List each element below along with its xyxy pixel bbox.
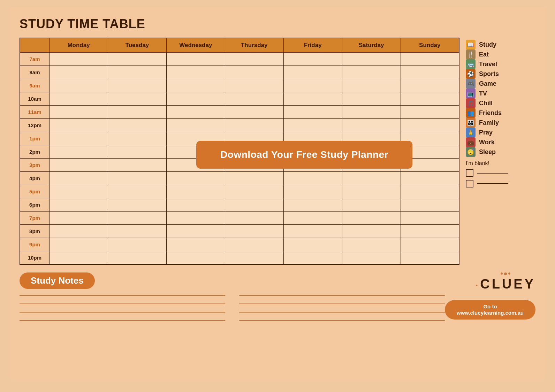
download-banner-text: Download Your Free Study Planner [220, 149, 388, 160]
data-cell [108, 172, 166, 185]
data-cell [50, 225, 108, 238]
data-cell [108, 145, 166, 159]
table-row: 7pm [20, 212, 459, 225]
th-sunday: Sunday [401, 38, 459, 53]
data-cell [50, 198, 108, 212]
time-cell-11am: 11am [20, 106, 50, 119]
data-cell [225, 119, 283, 132]
data-cell [225, 238, 283, 251]
study-notes-area: Study Notes [20, 272, 445, 329]
data-cell [283, 53, 342, 66]
th-saturday: Saturday [342, 38, 401, 53]
legend-checkbox-1[interactable] [466, 169, 473, 177]
legend-custom-2 [466, 180, 535, 187]
logo-dots [475, 272, 535, 275]
friends-icon: 👥 [466, 108, 476, 118]
legend-label-chill: Chill [479, 100, 493, 107]
data-cell [225, 251, 283, 264]
legend-item-work: 💼Work [466, 137, 535, 147]
data-cell [108, 198, 166, 212]
table-row: 12pm [20, 119, 459, 132]
legend-item-chill: 🎵Chill [466, 98, 535, 108]
page-title: STUDY TIME TABLE [20, 17, 535, 31]
data-cell [283, 66, 342, 79]
data-cell [283, 225, 342, 238]
notes-line-5 [20, 312, 225, 313]
logo-dot-2 [508, 272, 510, 275]
data-cell [283, 92, 342, 106]
data-cell [108, 238, 166, 251]
website-badge[interactable]: Go to www.clueylearning.com.au [445, 300, 535, 320]
table-row: 8pm [20, 225, 459, 238]
table-row: 8am [20, 66, 459, 79]
data-cell [342, 251, 401, 264]
legend-blank-text: I'm blank! [466, 160, 489, 167]
bottom-section: Study Notes ·CLUEY [20, 272, 535, 329]
data-cell [401, 79, 459, 92]
time-cell-6pm: 6pm [20, 198, 50, 212]
data-cell [283, 106, 342, 119]
data-cell [50, 119, 108, 132]
notes-line-1 [20, 295, 225, 296]
data-cell [401, 92, 459, 106]
legend-sidebar: 📖Study🍴Eat🚌Travel⚽Sports🎮Game📺TV🎵Chill👥F… [466, 40, 535, 187]
download-banner[interactable]: Download Your Free Study Planner [196, 141, 412, 169]
data-cell [108, 66, 166, 79]
data-cell [50, 145, 108, 159]
time-cell-5pm: 5pm [20, 185, 50, 198]
data-cell [225, 92, 283, 106]
th-empty [20, 38, 50, 53]
time-cell-12pm: 12pm [20, 119, 50, 132]
data-cell [401, 198, 459, 212]
data-cell [283, 198, 342, 212]
data-cell [401, 212, 459, 225]
study-notes-badge: Study Notes [20, 272, 95, 289]
data-cell [401, 172, 459, 185]
data-cell [108, 251, 166, 264]
legend-label-work: Work [479, 139, 495, 146]
th-monday: Monday [50, 38, 108, 53]
logo-text: ·CLUEY [475, 277, 535, 292]
legend-label-study: Study [479, 41, 496, 48]
legend-items-container: 📖Study🍴Eat🚌Travel⚽Sports🎮Game📺TV🎵Chill👥F… [466, 40, 535, 157]
game-icon: 🎮 [466, 79, 476, 89]
legend-custom-1 [466, 169, 535, 177]
legend-label-friends: Friends [479, 109, 502, 117]
data-cell [108, 132, 166, 145]
data-cell [401, 238, 459, 251]
legend-label-sports: Sports [479, 70, 499, 78]
table-row: 9am [20, 79, 459, 92]
legend-checkbox-2[interactable] [466, 180, 473, 187]
data-cell [108, 185, 166, 198]
work-icon: 💼 [466, 137, 476, 147]
data-cell [401, 66, 459, 79]
data-cell [342, 106, 401, 119]
data-cell [342, 238, 401, 251]
data-cell [283, 251, 342, 264]
data-cell [50, 251, 108, 264]
time-cell-9pm: 9pm [20, 238, 50, 251]
data-cell [166, 212, 225, 225]
data-cell [50, 132, 108, 145]
data-cell [401, 106, 459, 119]
data-cell [108, 212, 166, 225]
data-cell [166, 185, 225, 198]
study-notes-label: Study Notes [31, 275, 84, 286]
data-cell [342, 172, 401, 185]
data-cell [283, 185, 342, 198]
timetable-wrapper: Monday Tuesday Wednesday Thursday Friday… [20, 38, 459, 265]
notes-line-6 [239, 312, 445, 313]
time-cell-1pm: 1pm [20, 132, 50, 145]
data-cell [401, 53, 459, 66]
data-cell [166, 172, 225, 185]
legend-label-game: Game [479, 80, 496, 87]
data-cell [342, 92, 401, 106]
tv-icon: 📺 [466, 89, 476, 98]
data-cell [50, 53, 108, 66]
data-cell [225, 172, 283, 185]
data-cell [342, 225, 401, 238]
data-cell [401, 119, 459, 132]
legend-item-sports: ⚽Sports [466, 69, 535, 79]
time-cell-7pm: 7pm [20, 212, 50, 225]
table-header-row: Monday Tuesday Wednesday Thursday Friday… [20, 38, 459, 53]
